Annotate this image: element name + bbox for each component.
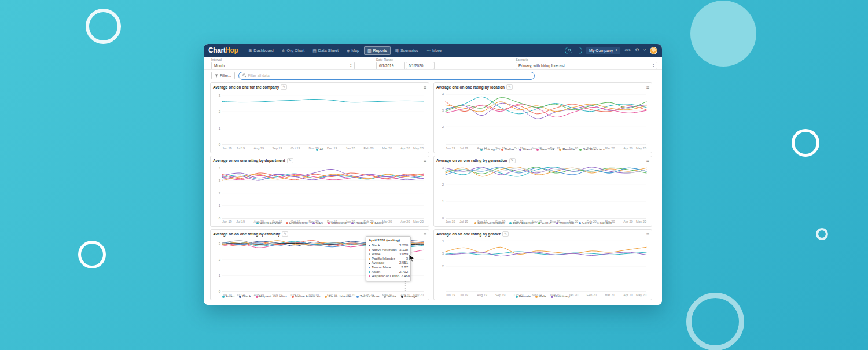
nav-item-scenarios[interactable]: ⇶ Scenarios (392, 46, 422, 55)
edit-pencil-icon[interactable]: ✎ (287, 158, 293, 163)
tooltip-series-dot (369, 258, 370, 260)
svg-text:Oct 19: Oct 19 (290, 146, 300, 150)
svg-text:Mar 20: Mar 20 (382, 220, 392, 223)
date-range-group: Date Range 6/1/2019 6/1/2020 (376, 58, 435, 69)
chart-menu-icon[interactable]: ≡ (424, 85, 426, 90)
chart-menu-icon[interactable]: ≡ (646, 159, 649, 163)
line-chart[interactable]: 234Jun 19Jul 19Aug 19Sep 19Oct 19Nov 19D… (436, 90, 649, 147)
tooltip-series-label: Two or More (372, 266, 399, 270)
chart-menu-icon[interactable]: ≡ (646, 85, 649, 90)
tooltip-series-label: White (372, 252, 398, 257)
global-filter-input[interactable] (248, 73, 530, 78)
caret-updown-icon: ▲▼ (615, 49, 617, 52)
user-avatar[interactable] (650, 47, 657, 54)
company-selector[interactable]: My Company ▲▼ (586, 47, 620, 54)
date-start-input[interactable]: 6/1/2019 (376, 62, 405, 69)
svg-text:Apr 20: Apr 20 (623, 146, 632, 150)
decorative-ring (792, 129, 819, 157)
svg-text:Feb 20: Feb 20 (364, 220, 374, 223)
nav-item-map[interactable]: ◈ Map (343, 46, 363, 55)
edit-pencil-icon[interactable]: ✎ (282, 231, 288, 237)
svg-text:1: 1 (442, 200, 444, 203)
svg-text:May 20: May 20 (413, 293, 424, 297)
search-icon (242, 73, 247, 78)
edit-pencil-icon[interactable]: ✎ (509, 158, 516, 163)
nav-item-data-sheet[interactable]: ▤ Data Sheet (309, 46, 342, 55)
svg-text:Jun 19: Jun 19 (222, 293, 232, 297)
svg-text:Apr 20: Apr 20 (623, 220, 632, 223)
dashboard-icon: ⊞ (248, 49, 252, 53)
tooltip-series-label: Black (372, 244, 398, 248)
svg-text:May 20: May 20 (636, 293, 646, 297)
svg-text:Apr 20: Apr 20 (400, 293, 410, 297)
svg-text:May 20: May 20 (413, 220, 424, 223)
nav-item-more[interactable]: ⋯ More (423, 46, 445, 55)
svg-text:Nov 19: Nov 19 (532, 293, 542, 297)
tooltip-series-label: Pacific Islander (372, 257, 404, 261)
code-icon[interactable]: </> (624, 47, 631, 53)
edit-pencil-icon[interactable]: ✎ (502, 231, 509, 237)
tooltip-row: Two or More2.87 (369, 266, 408, 270)
svg-text:Feb 20: Feb 20 (364, 293, 374, 297)
svg-text:Jun 19: Jun 19 (446, 220, 455, 223)
gear-icon[interactable]: ⚙ (635, 47, 639, 53)
chart-card-location: Average one on one rating by location ✎ … (433, 82, 652, 153)
help-icon[interactable]: ? (643, 47, 646, 53)
edit-pencil-icon[interactable]: ✎ (506, 84, 513, 90)
line-chart-svg[interactable]: 0123Jun 19Jul 19Aug 19Sep 19Oct 19Nov 19… (436, 163, 649, 224)
funnel-icon (215, 74, 218, 78)
svg-text:Dec 19: Dec 19 (550, 293, 560, 297)
tooltip-row: Native American3.138 (369, 248, 408, 253)
svg-text:4: 4 (442, 93, 444, 96)
svg-text:3: 3 (442, 252, 444, 255)
line-chart-svg[interactable]: 234Jun 19Jul 19Aug 19Sep 19Oct 19Nov 19D… (436, 237, 649, 298)
global-filter-search[interactable] (238, 72, 535, 80)
caret-updown-icon: ▲▼ (350, 64, 352, 67)
navbar-search[interactable] (565, 47, 582, 54)
tooltip-series-value: 2.87 (401, 266, 408, 270)
interval-select[interactable]: Month ▲▼ (211, 62, 355, 69)
decorative-ring (686, 293, 744, 350)
date-end-input[interactable]: 6/1/2020 (406, 62, 435, 69)
filter-button[interactable]: Filter... (211, 72, 235, 79)
tooltip-rows: Black3.208Native American3.138White3.089… (369, 244, 408, 279)
svg-text:Jan 20: Jan 20 (569, 293, 579, 297)
svg-text:Jul 19: Jul 19 (236, 293, 245, 297)
line-chart[interactable]: 0123Jun 19Jul 19Aug 19Sep 19Oct 19Nov 19… (213, 90, 426, 147)
svg-text:Aug 19: Aug 19 (477, 293, 487, 297)
nav-item-dashboard[interactable]: ⊞ Dashboard (245, 46, 277, 55)
chart-menu-icon[interactable]: ≡ (424, 159, 426, 163)
tooltip-series-dot (369, 249, 370, 251)
tooltip-series-value: 3.138 (399, 248, 408, 253)
svg-text:3: 3 (219, 242, 221, 245)
nav-label: More (432, 48, 442, 53)
svg-text:Aug 19: Aug 19 (254, 220, 264, 223)
chart-menu-icon[interactable]: ≡ (646, 232, 649, 237)
nav-item-reports[interactable]: ▥ Reports (364, 46, 391, 55)
mouse-cursor (409, 253, 415, 263)
more-icon: ⋯ (426, 49, 431, 53)
svg-text:Dec 19: Dec 19 (327, 220, 337, 223)
line-chart-svg[interactable]: 0123Jun 19Jul 19Aug 19Sep 19Oct 19Nov 19… (213, 90, 426, 151)
nav-item-org-chart[interactable]: ⋔ Org Chart (278, 46, 308, 55)
edit-pencil-icon[interactable]: ✎ (281, 84, 287, 90)
line-chart[interactable]: 01234Jun 19Jul 19Aug 19Sep 19Oct 19Nov 1… (213, 163, 426, 220)
line-chart[interactable]: 0123Jun 19Jul 19Aug 19Sep 19Oct 19Nov 19… (436, 163, 649, 220)
svg-text:Aug 19: Aug 19 (254, 146, 264, 150)
line-chart[interactable]: 234Jun 19Jul 19Aug 19Sep 19Oct 19Nov 19D… (436, 237, 649, 294)
chart-menu-icon[interactable]: ≡ (424, 232, 426, 237)
nav-label: Map (351, 48, 359, 53)
svg-text:Sep 19: Sep 19 (272, 293, 282, 297)
nav-label: Data Sheet (318, 48, 339, 53)
svg-text:Oct 19: Oct 19 (290, 293, 300, 297)
tooltip-title: April 2020 (ending) (369, 238, 408, 242)
tooltip-row: Black3.208 (369, 244, 408, 248)
charthop-logo[interactable]: ChartHop (208, 44, 238, 57)
chart-title: Average one on one for the company (213, 85, 279, 90)
chart-title: Average on on one rating by department (213, 159, 285, 163)
tooltip-series-dot (369, 271, 370, 273)
line-chart-svg[interactable]: 01234Jun 19Jul 19Aug 19Sep 19Oct 19Nov 1… (213, 163, 426, 224)
line-chart-svg[interactable]: 234Jun 19Jul 19Aug 19Sep 19Oct 19Nov 19D… (436, 90, 649, 151)
scenario-select[interactable]: Primary, with hiring forecast ▲▼ (516, 62, 657, 69)
svg-text:Apr 20: Apr 20 (400, 220, 410, 223)
